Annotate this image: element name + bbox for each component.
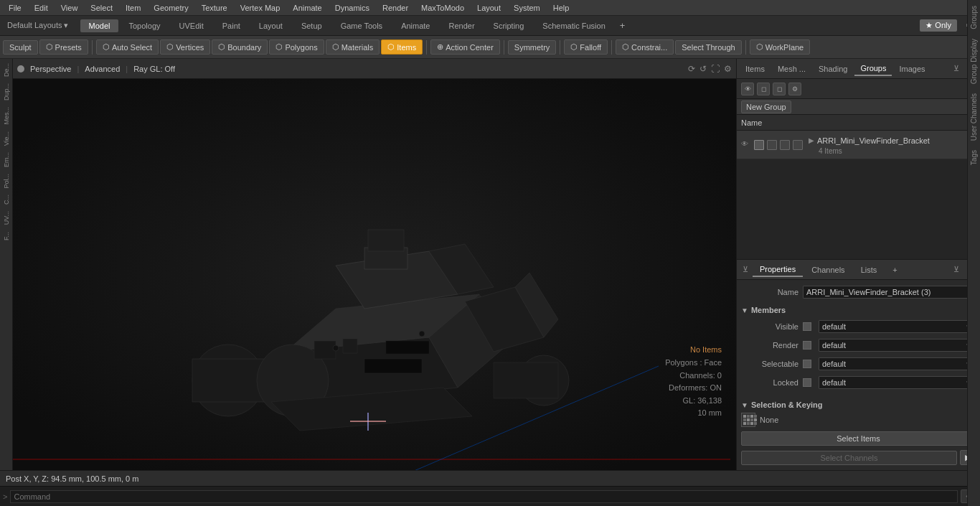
viewport-icon-4[interactable]: ⚙: [724, 64, 732, 74]
materials-button[interactable]: ⬡ Materials: [326, 39, 380, 55]
menu-texture[interactable]: Texture: [196, 2, 233, 14]
menu-render[interactable]: Render: [377, 2, 414, 14]
panel-tab-mesh[interactable]: Mesh ...: [772, 62, 811, 75]
menu-vertex-map[interactable]: Vertex Map: [235, 2, 286, 14]
viewport-shading[interactable]: Advanced: [85, 65, 120, 73]
keying-grid-icon[interactable]: [741, 413, 755, 427]
viewport-icon-1[interactable]: ⟳: [688, 64, 695, 74]
vert-tab-c[interactable]: C...: [1, 192, 11, 207]
menu-file[interactable]: File: [3, 2, 27, 14]
menu-select[interactable]: Select: [85, 2, 118, 14]
visible-dropdown[interactable]: default ▼: [819, 320, 976, 333]
vert-tab-vie[interactable]: Vie...: [1, 128, 11, 149]
prop-tab-properties[interactable]: Properties: [753, 263, 803, 277]
menu-layout[interactable]: Layout: [471, 2, 507, 14]
sculpt-button[interactable]: Sculpt: [3, 40, 38, 55]
select-items-button[interactable]: Select Items: [741, 431, 976, 446]
vert-tab-dup[interactable]: Dup...: [1, 80, 11, 103]
viewport-3d[interactable]: Z X Y No Items Polygons : Face Channels:…: [13, 79, 736, 470]
render-dropdown[interactable]: default ▼: [819, 339, 976, 352]
groups-tool-4[interactable]: ⚙: [788, 83, 801, 95]
viewport-perspective[interactable]: Perspective: [30, 65, 71, 73]
panel-tab-items[interactable]: Items: [740, 62, 771, 75]
group-expand-arrow[interactable]: ▶: [809, 136, 814, 144]
group-eye-icon[interactable]: 👁: [741, 140, 751, 150]
menu-item[interactable]: Item: [120, 2, 146, 14]
groups-tool-1[interactable]: 👁: [741, 83, 754, 95]
menu-edit[interactable]: Edit: [29, 2, 54, 14]
menu-dynamics[interactable]: Dynamics: [329, 2, 375, 14]
vert-tab-uv[interactable]: UV...: [1, 208, 11, 228]
symmetry-button[interactable]: Symmetry: [508, 40, 557, 55]
panel-tab-images[interactable]: Images: [893, 62, 930, 75]
command-input[interactable]: [10, 490, 958, 503]
star-only-badge[interactable]: ★ Only: [920, 19, 957, 32]
menu-geometry[interactable]: Geometry: [148, 2, 194, 14]
panel-tabs-header: Items Mesh ... Shading Groups Images ⊻ ⚙: [737, 59, 980, 79]
svg-rect-19: [386, 341, 429, 354]
edge-tab-tags[interactable]: Tags: [969, 146, 979, 169]
prop-name-input[interactable]: [803, 286, 976, 299]
add-tab-button[interactable]: +: [616, 18, 630, 33]
viewport-active-dot[interactable]: [17, 65, 24, 72]
viewport-icon-2[interactable]: ↺: [699, 64, 707, 74]
panel-tab-shading[interactable]: Shading: [813, 62, 853, 75]
falloff-button[interactable]: ⬡ Falloff: [564, 39, 608, 55]
selection-keying-header[interactable]: ▼ Selection & Keying: [741, 398, 976, 411]
tab-scripting[interactable]: Scripting: [485, 19, 533, 32]
groups-tool-2[interactable]: ◻: [757, 83, 770, 95]
constraints-button[interactable]: ⬡ Constrai...: [616, 39, 674, 55]
prop-tab-channels[interactable]: Channels: [804, 263, 852, 276]
panel-expand-icon[interactable]: ⊻: [951, 62, 962, 75]
tab-uvedit[interactable]: UVEdit: [171, 19, 212, 32]
viewport-overlay: No Items Polygons : Face Channels: 0 Def…: [665, 344, 722, 420]
prop-locked-label: Locked: [741, 378, 798, 387]
viewport-ray-gl[interactable]: Ray GL: Off: [133, 65, 175, 73]
tab-schematic[interactable]: Schematic Fusion: [534, 19, 613, 32]
prop-expand-icon[interactable]: ⊻: [740, 263, 751, 276]
vert-tab-mes[interactable]: Mes...: [1, 104, 11, 128]
tab-topology[interactable]: Topology: [120, 19, 169, 32]
auto-select-button[interactable]: ⬡ Auto Select: [96, 39, 159, 55]
tab-render[interactable]: Render: [440, 19, 483, 32]
new-group-button[interactable]: New Group: [741, 100, 791, 113]
members-section-header[interactable]: ▼ Members: [741, 303, 976, 316]
tab-model[interactable]: Model: [80, 19, 119, 32]
select-through-button[interactable]: Select Through: [675, 40, 741, 55]
prop-add-tab[interactable]: +: [885, 263, 904, 276]
tab-setup[interactable]: Setup: [293, 19, 331, 32]
default-layouts[interactable]: Default Layouts ▾: [3, 19, 73, 32]
action-center-button[interactable]: ⊕ Action Center: [430, 39, 500, 55]
menu-maxtomodo[interactable]: MaxToModo: [415, 2, 470, 14]
vert-tab-pol[interactable]: Pol...: [1, 171, 11, 192]
tab-layout[interactable]: Layout: [250, 19, 291, 32]
vert-tab-f[interactable]: F...: [1, 229, 11, 243]
group-item-icon[interactable]: [754, 140, 764, 150]
edge-tab-user-channels[interactable]: User Channels: [969, 89, 979, 145]
group-list-item[interactable]: 👁 ▶ ARRI_Mini_ViewFinder_Bracket + 4 Ite…: [737, 131, 980, 159]
menu-view[interactable]: View: [55, 2, 84, 14]
menu-animate[interactable]: Animate: [287, 2, 327, 14]
presets-button[interactable]: ⬡ Presets: [39, 39, 88, 55]
menu-help[interactable]: Help: [547, 2, 575, 14]
workplane-button[interactable]: ⬡ WorkPlane: [750, 39, 811, 55]
menu-system[interactable]: System: [508, 2, 546, 14]
edge-tab-group-display[interactable]: Group Display: [969, 59, 979, 88]
selectable-dropdown[interactable]: default ▼: [819, 357, 976, 370]
vertices-button[interactable]: ⬡ Vertices: [160, 39, 210, 55]
tab-paint[interactable]: Paint: [214, 19, 249, 32]
boundary-button[interactable]: ⬡ Boundary: [212, 39, 268, 55]
groups-tool-3[interactable]: ◻: [773, 83, 786, 95]
items-button[interactable]: ⬡ Items: [381, 39, 423, 55]
prop-tab-lists[interactable]: Lists: [854, 263, 885, 276]
viewport[interactable]: Perspective | Advanced | Ray GL: Off ⟳ ↺…: [13, 59, 736, 470]
panel-tab-groups[interactable]: Groups: [854, 62, 892, 76]
viewport-icon-3[interactable]: ⛶: [711, 64, 720, 74]
tab-animate[interactable]: Animate: [392, 19, 438, 32]
locked-dropdown[interactable]: default ▼: [819, 376, 976, 389]
vert-tab-em[interactable]: Em...: [1, 149, 11, 170]
polygons-button[interactable]: ⬡ Polygons: [269, 39, 324, 55]
vert-tab-de[interactable]: De...: [1, 60, 11, 80]
tab-game-tools[interactable]: Game Tools: [332, 19, 392, 32]
prop-panel-expand[interactable]: ⊻: [951, 263, 962, 276]
